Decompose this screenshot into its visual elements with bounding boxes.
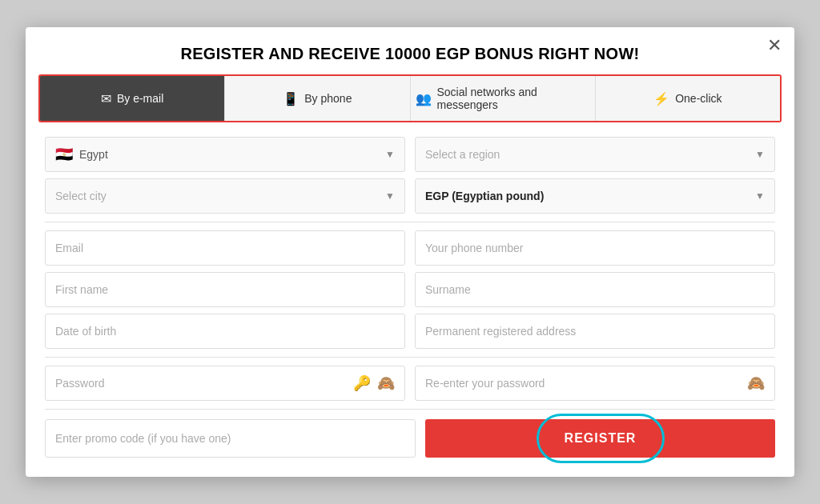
- city-field: Select city ▼: [45, 178, 405, 214]
- dob-field: [45, 314, 405, 349]
- divider-1: [45, 222, 775, 222]
- region-select[interactable]: Select a region ▼: [415, 137, 775, 172]
- eye-slash-icon[interactable]: 🙈: [377, 374, 395, 392]
- phone-field: [415, 230, 775, 266]
- city-currency-row: Select city ▼ EGP (Egyptian pound) ▼: [45, 178, 775, 214]
- eye-slash-icon[interactable]: 🙈: [747, 374, 765, 392]
- password-field: 🔑 🙈: [45, 366, 405, 401]
- register-button-wrapper: REGISTER: [425, 419, 775, 458]
- currency-select[interactable]: EGP (Egyptian pound) ▼: [415, 178, 775, 214]
- surname-input[interactable]: [415, 272, 775, 307]
- chevron-down-icon: ▼: [385, 149, 395, 160]
- repassword-field: 🙈: [415, 366, 775, 401]
- promo-input[interactable]: [45, 419, 416, 458]
- address-input[interactable]: [415, 314, 775, 349]
- registration-form: 🇪🇬 Egypt ▼ Select a region ▼ Select city…: [26, 137, 794, 458]
- country-flag: 🇪🇬: [55, 146, 73, 163]
- repassword-input-wrapper: 🙈: [415, 366, 775, 401]
- tab-phone[interactable]: 📱 By phone: [225, 76, 410, 121]
- password-row: 🔑 🙈 🙈: [45, 366, 775, 401]
- currency-field: EGP (Egyptian pound) ▼: [415, 178, 775, 214]
- chevron-down-icon: ▼: [755, 149, 765, 160]
- phone-icon: 📱: [283, 91, 299, 106]
- region-field: Select a region ▼: [415, 137, 775, 172]
- phone-input[interactable]: [415, 230, 775, 266]
- address-field: [415, 314, 775, 349]
- tab-phone-label: By phone: [304, 92, 352, 105]
- password-icons: 🔑 🙈: [353, 374, 395, 392]
- bottom-row: REGISTER: [45, 419, 775, 458]
- email-phone-row: [45, 230, 775, 266]
- password-input[interactable]: [55, 377, 353, 390]
- chevron-down-icon: ▼: [385, 190, 395, 202]
- register-button[interactable]: REGISTER: [425, 419, 775, 458]
- city-placeholder: Select city: [55, 190, 107, 202]
- surname-field: [415, 272, 775, 307]
- region-placeholder: Select a region: [425, 148, 500, 161]
- city-select[interactable]: Select city ▼: [45, 178, 405, 214]
- name-row: [45, 272, 775, 307]
- repassword-input[interactable]: [425, 377, 747, 390]
- social-icon: 👥: [416, 91, 432, 106]
- tab-oneclick-label: One-click: [675, 92, 722, 105]
- password-input-wrapper: 🔑 🙈: [45, 366, 405, 401]
- tab-email[interactable]: ✉ By e-mail: [40, 76, 225, 121]
- dob-address-row: [45, 314, 775, 349]
- modal-title: REGISTER AND RECEIVE 10000 EGP BONUS RIG…: [26, 27, 794, 74]
- repassword-icons: 🙈: [747, 374, 765, 392]
- tab-email-label: By e-mail: [117, 92, 163, 105]
- dob-input[interactable]: [45, 314, 405, 349]
- tab-oneclick[interactable]: ⚡ One-click: [596, 76, 780, 121]
- chevron-down-icon: ▼: [755, 190, 765, 202]
- email-icon: ✉: [101, 91, 111, 106]
- close-button[interactable]: ✕: [767, 37, 782, 54]
- firstname-field: [45, 272, 405, 307]
- email-field: [45, 230, 405, 266]
- country-value: Egypt: [79, 148, 108, 161]
- country-select[interactable]: 🇪🇬 Egypt ▼: [45, 137, 405, 172]
- lightning-icon: ⚡: [653, 91, 669, 106]
- registration-tabs: ✉ By e-mail 📱 By phone 👥 Social networks…: [38, 74, 782, 122]
- tab-social[interactable]: 👥 Social networks and messengers: [411, 76, 596, 121]
- country-field: 🇪🇬 Egypt ▼: [45, 137, 405, 172]
- currency-value: EGP (Egyptian pound): [425, 190, 544, 202]
- email-input[interactable]: [45, 230, 405, 266]
- tab-social-label: Social networks and messengers: [437, 86, 590, 111]
- key-icon: 🔑: [353, 374, 371, 392]
- divider-2: [45, 357, 775, 358]
- firstname-input[interactable]: [45, 272, 405, 307]
- registration-modal: ✕ REGISTER AND RECEIVE 10000 EGP BONUS R…: [26, 27, 794, 477]
- divider-3: [45, 409, 775, 410]
- country-region-row: 🇪🇬 Egypt ▼ Select a region ▼: [45, 137, 775, 172]
